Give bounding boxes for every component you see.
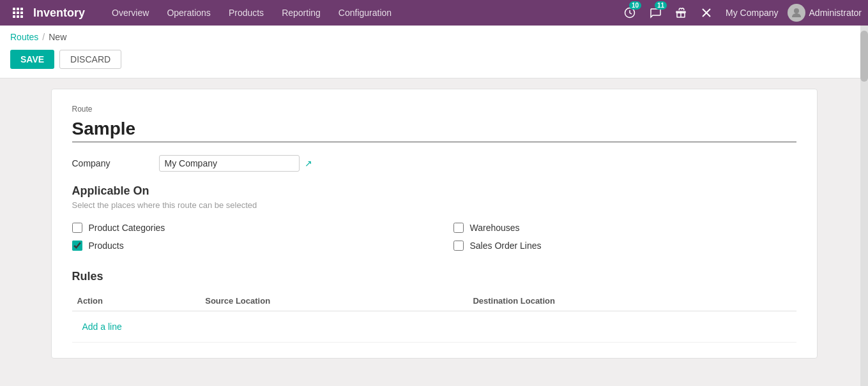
gift-icon[interactable] [671, 3, 691, 23]
warehouses-label: Warehouses [470, 223, 520, 233]
product-categories-checkbox[interactable] [72, 223, 82, 233]
add-line-row: Add a line [72, 311, 796, 343]
svg-rect-0 [13, 8, 15, 10]
company-row: Company My Company ↗ [72, 155, 796, 172]
nav-products[interactable]: Products [221, 4, 271, 22]
user-avatar [788, 4, 805, 22]
sales-order-lines-checkbox[interactable] [453, 241, 464, 251]
messages-badge: 11 [655, 1, 667, 10]
rules-title: Rules [72, 270, 796, 283]
warehouses-row: Warehouses [453, 223, 796, 233]
breadcrumb-separator: / [42, 32, 45, 42]
svg-rect-8 [20, 15, 23, 18]
product-categories-row: Product Categories [72, 223, 415, 233]
sales-order-lines-label: Sales Order Lines [470, 241, 542, 251]
svg-rect-4 [17, 11, 19, 14]
breadcrumb-routes[interactable]: Routes [10, 32, 38, 42]
user-menu[interactable]: Administrator [788, 4, 862, 22]
nav-configuration[interactable]: Configuration [331, 4, 399, 22]
breadcrumb: Routes / New [10, 32, 858, 42]
nav-operations[interactable]: Operations [159, 4, 218, 22]
main-content: Route Company My Company ↗ Applicable On… [0, 78, 868, 386]
svg-rect-5 [20, 11, 23, 14]
discard-button[interactable]: DISCARD [59, 50, 121, 69]
save-button[interactable]: SAVE [10, 50, 54, 69]
svg-rect-6 [13, 15, 15, 18]
products-checkbox[interactable] [72, 241, 82, 251]
user-name: Administrator [809, 8, 862, 18]
nav-overview[interactable]: Overview [104, 4, 156, 22]
applicable-on-subtitle: Select the places where this route can b… [72, 200, 796, 210]
company-external-link-icon[interactable]: ↗ [305, 158, 312, 168]
action-bar: SAVE DISCARD [10, 47, 858, 74]
form-card: Route Company My Company ↗ Applicable On… [51, 89, 818, 359]
col-action: Action [72, 291, 201, 311]
activities-badge: 10 [629, 1, 641, 10]
route-field-label: Route [72, 105, 796, 114]
activities-icon[interactable]: 10 [620, 3, 640, 23]
svg-rect-7 [17, 15, 19, 18]
company-select[interactable]: My Company [159, 155, 300, 172]
nav-reporting[interactable]: Reporting [274, 4, 328, 22]
close-icon[interactable] [696, 3, 717, 23]
svg-rect-3 [13, 11, 15, 14]
company-select-wrapper: My Company ↗ [159, 155, 312, 172]
products-row: Products [72, 241, 415, 251]
svg-rect-2 [20, 8, 23, 10]
add-line-button[interactable]: Add a line [77, 316, 127, 337]
applicable-on-title: Applicable On [72, 184, 796, 198]
company-label[interactable]: My Company [726, 8, 778, 18]
svg-rect-1 [17, 8, 19, 10]
grid-menu-icon[interactable] [6, 1, 29, 24]
applicable-on-checkboxes: Product Categories Warehouses Products S… [72, 223, 796, 251]
navbar: Inventory Overview Operations Products R… [0, 0, 868, 26]
breadcrumb-current: New [49, 32, 66, 42]
nav-menu: Overview Operations Products Reporting C… [104, 4, 620, 22]
products-label: Products [89, 241, 124, 251]
col-destination-location: Destination Location [468, 291, 796, 311]
warehouses-checkbox[interactable] [453, 223, 464, 233]
app-title: Inventory [33, 6, 85, 20]
company-label-text: Company [72, 158, 149, 168]
messages-icon[interactable]: 11 [645, 3, 666, 23]
sales-order-lines-row: Sales Order Lines [453, 241, 796, 251]
scrollbar[interactable] [860, 26, 868, 386]
rules-table: Action Source Location Destination Locat… [72, 291, 796, 343]
breadcrumb-area: Routes / New SAVE DISCARD [0, 26, 868, 78]
col-source-location: Source Location [200, 291, 468, 311]
navbar-right: 10 11 My Company [620, 3, 862, 23]
product-categories-label: Product Categories [89, 223, 165, 233]
svg-point-14 [794, 8, 799, 13]
route-name-input[interactable] [72, 116, 796, 142]
scrollbar-thumb[interactable] [860, 31, 868, 82]
